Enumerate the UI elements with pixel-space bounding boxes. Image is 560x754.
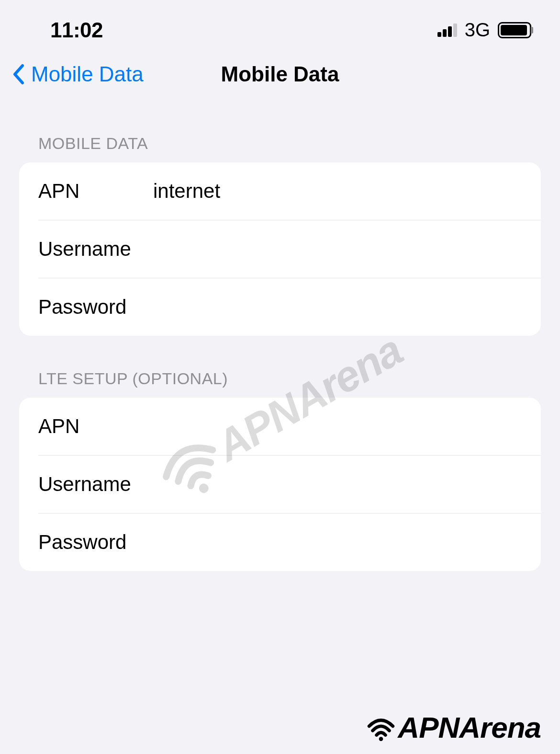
battery-icon — [498, 22, 531, 38]
input-lte-username[interactable] — [153, 473, 522, 496]
input-lte-apn[interactable] — [153, 415, 522, 438]
watermark-text: APNArena — [398, 710, 541, 744]
section-card-lte-setup: APN Username Password — [19, 398, 541, 571]
status-time: 11:02 — [50, 18, 103, 42]
label-lte-username: Username — [38, 473, 153, 496]
watermark-bottom: APNArena — [366, 710, 541, 744]
svg-point-1 — [379, 737, 383, 741]
wifi-icon — [366, 713, 396, 743]
input-lte-password[interactable] — [153, 531, 522, 554]
row-lte-username[interactable]: Username — [38, 455, 541, 513]
input-apn[interactable] — [153, 180, 522, 203]
content-area: MOBILE DATA APN Username Password LTE SE… — [0, 134, 560, 571]
label-lte-password: Password — [38, 531, 153, 554]
status-indicators: 3G — [437, 19, 531, 41]
label-apn: APN — [38, 180, 153, 203]
network-type-label: 3G — [465, 19, 490, 41]
row-lte-apn[interactable]: APN — [19, 398, 541, 455]
back-button[interactable]: Mobile Data — [12, 62, 144, 86]
status-bar: 11:02 3G — [0, 0, 560, 53]
input-password[interactable] — [153, 296, 522, 319]
row-username[interactable]: Username — [38, 220, 541, 278]
label-lte-apn: APN — [38, 415, 153, 438]
row-password[interactable]: Password — [38, 278, 541, 336]
signal-strength-icon — [437, 23, 457, 37]
row-lte-password[interactable]: Password — [38, 513, 541, 571]
chevron-left-icon — [12, 64, 26, 85]
section-header-mobile-data: MOBILE DATA — [10, 134, 550, 162]
navigation-bar: Mobile Data Mobile Data — [0, 53, 560, 96]
section-card-mobile-data: APN Username Password — [19, 162, 541, 336]
page-title: Mobile Data — [221, 62, 339, 86]
input-username[interactable] — [153, 238, 522, 261]
label-password: Password — [38, 296, 153, 319]
row-apn[interactable]: APN — [19, 162, 541, 220]
back-label: Mobile Data — [31, 62, 144, 86]
section-header-lte-setup: LTE SETUP (OPTIONAL) — [10, 369, 550, 398]
label-username: Username — [38, 238, 153, 261]
